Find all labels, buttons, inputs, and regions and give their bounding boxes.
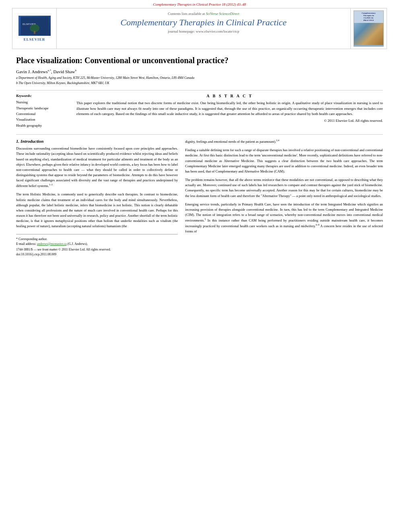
journal-homepage: journal homepage: www.elsevier.com/locat… <box>61 29 346 33</box>
para1-sup: 1–3 <box>49 183 53 186</box>
sciverse-line: Contents lists available at SciVerse Sci… <box>61 12 346 16</box>
article-title: Place visualization: Conventional or unc… <box>16 55 383 66</box>
abstract-column: A B S T R A C T This paper explores the … <box>76 94 383 128</box>
right-para2: Finding a suitable defining term for suc… <box>185 148 383 174</box>
elsevier-wordmark: ELSEVIER <box>19 37 51 41</box>
footer-email-line: E-mail address: andrews@mcmaster.ca (G.J… <box>16 242 178 246</box>
right-para4: Emerging service trends, particularly in… <box>185 202 383 234</box>
main-content: Place visualization: Conventional or unc… <box>0 49 399 262</box>
sciverse-link[interactable]: SciVerse ScienceDirect <box>206 12 239 16</box>
abstract-heading: A B S T R A C T <box>76 94 383 98</box>
elsevier-logo: ELSEVIER ELSEVIER <box>19 16 51 41</box>
footer-section: * Corresponding author. E-mail address: … <box>16 234 178 256</box>
email-label: E-mail address: <box>16 242 36 246</box>
divider-2 <box>16 134 383 135</box>
affiliations: a Department of Health, Aging and Societ… <box>16 76 383 86</box>
authors-line: Gavin J. Andrewsa,*, David Shawb <box>16 69 383 74</box>
body-column-right: dignity, feelings and emotional needs of… <box>185 139 383 256</box>
body-column-left: 1. Introduction Discussions surrounding … <box>16 139 178 256</box>
journal-cover-image: ComplementaryTherapies inCLINICALPRACTIC… <box>354 10 384 47</box>
article-body: 1. Introduction Discussions surrounding … <box>16 139 383 256</box>
para1-text: Discussions surrounding conventional bio… <box>16 146 178 188</box>
right-para1: dignity, feelings and emotional needs of… <box>185 139 383 144</box>
journal-title-header: Complementary Therapies in Clinical Prac… <box>61 17 346 28</box>
elsevier-tree-logo: ELSEVIER <box>19 16 51 36</box>
divider-1 <box>16 90 383 90</box>
sciverse-text: Contents lists available at <box>168 12 205 16</box>
keyword-visualization: Visualization <box>16 117 68 122</box>
page-wrapper: Complementary Therapies in Clinical Prac… <box>0 0 399 532</box>
footer-corresponding: * Corresponding author. <box>16 237 178 242</box>
author-sep: , David Shaw <box>51 69 75 74</box>
right-para1-sup: 2,4 <box>276 139 280 142</box>
right-para4-sup2: 6–8 <box>316 224 319 226</box>
journal-cover-section: ComplementaryTherapies inCLINICALPRACTIC… <box>350 8 387 49</box>
right-para3: The problem remains however, that all th… <box>185 177 383 199</box>
footer-issn: 1744-3881/$ — see front matter © 2011 El… <box>16 248 178 251</box>
right-para1-text: dignity, feelings and emotional needs of… <box>185 140 276 144</box>
section1-heading: 1. Introduction <box>16 139 178 144</box>
keyword-conventional: Conventional <box>16 111 68 117</box>
keyword-nursing: Nursing <box>16 99 68 105</box>
email-suffix: (G.J. Andrews). <box>68 242 88 246</box>
keyword-health-geography: Health geography <box>16 123 68 128</box>
journal-reference: Complementary Therapies in Clinical Prac… <box>0 0 399 8</box>
keywords-abstract-row: Keywords: Nursing Therapeutic landscape … <box>16 94 383 128</box>
footer-doi: doi:10.1016/j.ctcp.2011.08.009 <box>16 253 178 256</box>
body-para2: The term Holistic Medicine, is commonly … <box>16 192 178 229</box>
author2-sup: b <box>75 69 76 72</box>
elsevier-logo-section: ELSEVIER ELSEVIER <box>12 8 57 49</box>
email-link[interactable]: andrews@mcmaster.ca <box>37 242 67 246</box>
abstract-text: This paper explores the traditional noti… <box>76 101 383 117</box>
svg-rect-3 <box>34 31 35 34</box>
body-para1: Discussions surrounding conventional bio… <box>16 146 178 189</box>
journal-title-section: Contents lists available at SciVerse Sci… <box>57 8 350 49</box>
journal-header: ELSEVIER ELSEVIER Contents lists availab… <box>12 8 387 49</box>
cover-artwork <box>354 23 383 45</box>
affiliation-b: b The Open University, Milton Keynes, Bu… <box>16 81 383 86</box>
affiliation-a: a Department of Health, Aging and Societ… <box>16 76 383 81</box>
keywords-column: Keywords: Nursing Therapeutic landscape … <box>16 94 68 128</box>
keywords-label: Keywords: <box>16 94 68 98</box>
cover-title-text: ComplementaryTherapies inCLINICALPRACTIC… <box>354 11 383 23</box>
author1-name: Gavin J. Andrews <box>16 69 48 74</box>
elsevier-svg: ELSEVIER <box>21 17 49 35</box>
author1-sup: a,* <box>48 69 51 72</box>
copyright-line: © 2011 Elsevier Ltd. All rights reserved… <box>76 119 383 123</box>
journal-ref-text: Complementary Therapies in Clinical Prac… <box>153 2 246 6</box>
keyword-therapeutic: Therapeutic landscape <box>16 105 68 111</box>
